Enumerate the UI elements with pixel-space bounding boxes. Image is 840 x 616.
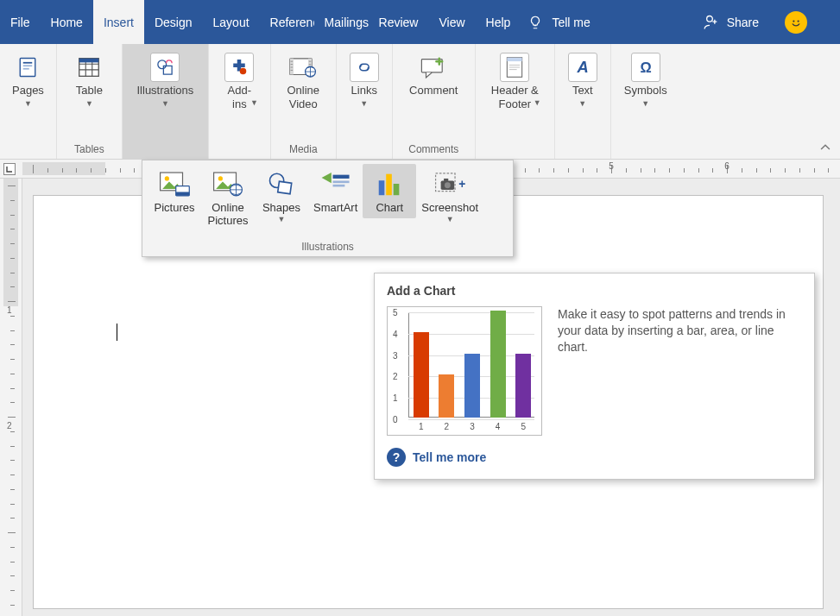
svg-rect-29 [332,181,349,184]
tab-layout[interactable]: Layout [203,0,260,44]
smartart-label: SmartArt [313,202,357,215]
links-group-label [344,143,385,159]
vertical-ruler[interactable]: 12 [0,179,22,616]
svg-rect-30 [332,185,344,187]
online-pictures-button[interactable]: OnlinePictures [201,164,255,231]
svg-rect-4 [23,65,33,66]
tab-selector[interactable] [3,163,16,175]
symbols-label: Symbols [624,84,667,97]
tell-me-more-link[interactable]: ? Tell me more [387,448,802,467]
chart-tooltip: Add a Chart 01234512345 Make it easy to … [374,273,815,480]
illustrations-button[interactable]: Illustrations ▼ [132,49,199,111]
tab-design[interactable]: Design [144,0,203,44]
online-pictures-label: OnlinePictures [208,202,249,228]
svg-point-8 [158,60,167,69]
tooltip-chart-thumbnail: 01234512345 [387,306,542,436]
tell-me-label: Tell me [552,16,590,29]
header-footer-label: Header &Footer [491,84,539,110]
ribbon-insert: Pages ▼ Table ▼ Tables Illustratio [0,44,840,160]
online-pictures-icon [211,167,245,200]
addins-group-label [216,143,263,159]
tab-review[interactable]: Review [369,0,429,44]
illustrations-icon [150,53,180,82]
online-video-label: OnlineVideo [287,84,320,110]
header-footer-caret-icon: ▼ [534,98,541,107]
tab-file[interactable]: File [0,0,41,44]
text-label: Text [572,84,593,97]
media-group-label: Media [278,143,329,159]
addins-button[interactable]: Add-ins ▼ [216,49,263,110]
pictures-label: Pictures [155,202,195,215]
share-group[interactable]: Share [701,11,823,34]
shapes-label: Shapes [262,202,300,215]
share-label: Share [727,16,759,29]
online-video-button[interactable]: OnlineVideo [282,49,325,114]
links-caret-icon: ▼ [360,99,368,108]
svg-rect-28 [332,175,349,179]
help-icon: ? [387,448,406,467]
svg-rect-3 [23,62,33,64]
pages-label: Pages [12,84,44,97]
pages-group-label [7,143,49,159]
svg-point-36 [445,182,451,188]
tab-home[interactable]: Home [41,0,93,44]
table-label: Table [76,84,103,97]
feedback-smiley-icon[interactable] [785,11,807,34]
smartart-button[interactable]: SmartArt [308,164,363,218]
comment-button[interactable]: Comment [404,49,463,101]
ribbon-group-symbols: Ω Symbols ▼ [611,44,680,159]
tab-references[interactable]: References [260,0,314,44]
table-button[interactable]: Table ▼ [68,49,110,111]
ribbon-group-links: Links ▼ [337,44,393,159]
table-icon [74,53,104,82]
svg-point-0 [793,20,794,22]
pages-caret-icon: ▼ [24,99,32,108]
smartart-icon [319,167,353,200]
symbols-button[interactable]: Ω Symbols ▼ [619,49,673,111]
pictures-button[interactable]: Pictures [148,164,201,218]
tab-help[interactable]: Help [476,0,521,44]
svg-point-20 [165,176,169,180]
tab-view[interactable]: View [428,0,475,44]
ribbon-group-addins: Add-ins ▼ [209,44,271,159]
svg-rect-7 [79,59,99,63]
ribbon-group-pages: Pages ▼ [0,44,57,159]
svg-rect-37 [444,179,448,181]
comments-group-label: Comments [400,143,468,159]
text-button[interactable]: A Text ▼ [562,49,603,111]
tooltip-description: Make it easy to spot patterns and trends… [558,306,802,436]
svg-rect-11 [290,59,294,75]
header-footer-button[interactable]: Header &Footer ▼ [483,49,546,110]
symbols-group-label [618,143,673,159]
pages-button[interactable]: Pages ▼ [7,49,49,111]
tab-insert[interactable]: Insert [93,0,144,44]
comment-icon [419,53,448,82]
tab-mailings[interactable]: Mailings [314,0,369,44]
shapes-button[interactable]: Shapes ▼ [255,164,308,227]
chart-button[interactable]: Chart [363,164,416,218]
tell-me-group[interactable]: Tell me [527,15,590,30]
text-icon: A [568,53,597,82]
tell-me-more-label: Tell me more [413,450,486,464]
svg-rect-27 [278,181,292,193]
pages-icon [13,53,42,82]
symbols-caret-icon: ▼ [641,99,649,108]
text-cursor [117,324,117,341]
svg-rect-32 [387,174,393,196]
text-caret-icon: ▼ [578,99,586,108]
illustrations-caret-icon: ▼ [161,99,169,108]
lightbulb-icon [527,15,543,30]
shapes-icon [264,167,299,200]
svg-text:+: + [459,177,466,191]
svg-rect-16 [508,58,522,61]
ribbon-group-tables: Table ▼ Tables [57,44,123,159]
collapse-ribbon-button[interactable] [819,141,831,154]
screenshot-button[interactable]: + Screenshot ▼ [416,164,483,227]
svg-point-1 [798,20,799,22]
svg-text:Ω: Ω [640,60,651,75]
links-button[interactable]: Links ▼ [344,49,385,111]
chart-label: Chart [376,202,403,215]
ribbon-group-media: OnlineVideo Media [271,44,337,159]
text-group-label [562,143,603,159]
links-icon [350,53,379,82]
